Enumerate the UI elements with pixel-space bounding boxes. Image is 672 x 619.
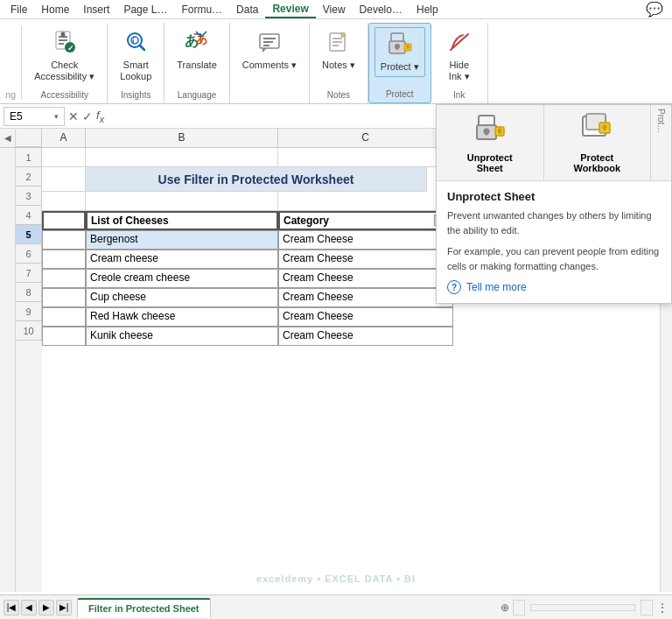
col-header-a[interactable]: A <box>42 129 86 147</box>
cell-c3[interactable] <box>278 192 453 211</box>
watermark: exceldemy • EXCEL DATA • BI <box>256 573 416 584</box>
menu-item-formulas[interactable]: Formu… <box>174 2 229 18</box>
confirm-formula-icon[interactable]: ✓ <box>82 109 93 123</box>
cell-a5[interactable] <box>42 230 86 250</box>
translate-label: Translate <box>177 60 216 71</box>
cell-c8[interactable]: Cream Cheese <box>278 288 453 307</box>
comments-label: Comments ▾ <box>242 60 297 71</box>
sheet-tab-filter-protected[interactable]: Filter in Protected Sheet <box>77 598 211 617</box>
row-numbers: 1 2 3 4 5 6 7 8 9 10 <box>16 148 42 592</box>
row-num-2: 2 <box>16 167 42 186</box>
protect-group-label: Protect <box>386 88 414 101</box>
protect-button[interactable]: Protect ▾ <box>374 27 425 77</box>
cell-a9[interactable] <box>42 307 86 327</box>
menu-item-developer[interactable]: Develo… <box>353 2 410 18</box>
sheet-nav: |◀ ◀ ▶ ▶| <box>4 600 72 615</box>
sheet-nav-next[interactable]: ▶ <box>38 600 54 615</box>
cell-c1[interactable] <box>278 148 453 167</box>
insert-function-icon[interactable]: fx <box>96 109 104 124</box>
col-header-b[interactable]: B <box>86 129 278 147</box>
cell-a4[interactable] <box>42 211 86 230</box>
smart-lookup-icon: i <box>123 30 148 58</box>
row-num-5: 5 <box>16 225 42 244</box>
row-num-8: 8 <box>16 283 42 302</box>
hide-ink-icon <box>447 30 472 58</box>
ribbon-group-accessibility: ✓ CheckAccessibility ▾ Accessibility <box>22 23 108 103</box>
cell-c4-header[interactable]: Category ▼ <box>278 211 453 230</box>
cell-c9[interactable]: Cream Cheese <box>278 307 453 327</box>
notes-button[interactable]: Notes ▾ <box>317 26 360 74</box>
cell-b3[interactable] <box>86 192 278 211</box>
table-row: Red Hawk cheese Cream Cheese <box>42 307 660 327</box>
ribbon: ng ✓ <box>0 19 672 104</box>
cell-b9[interactable]: Red Hawk cheese <box>86 307 278 327</box>
cell-c6[interactable]: Cream Cheese <box>278 250 453 269</box>
smart-lookup-button[interactable]: i SmartLookup <box>115 26 157 86</box>
menu-item-home[interactable]: Home <box>34 2 76 18</box>
tell-me-more-link[interactable]: ? Tell me more <box>447 280 661 294</box>
vertical-split-handle[interactable]: ⋮ <box>656 601 668 615</box>
title-text: Use Filter in Protected Worksheet <box>158 172 354 186</box>
sheet-nav-first[interactable]: |◀ <box>4 600 19 615</box>
cell-c6-text: Cream Cheese <box>283 252 354 264</box>
protect-dropdown-panel: UnprotectSheet ProtectWor <box>436 104 672 304</box>
menu-item-data[interactable]: Data <box>229 2 265 18</box>
menu-item-help[interactable]: Help <box>410 2 445 18</box>
cell-b8[interactable]: Cup cheese <box>86 288 278 307</box>
comments-icon[interactable]: 💬 <box>640 0 668 19</box>
cell-b10[interactable]: Kunik cheese <box>86 327 278 346</box>
protect-workbook-button[interactable]: ProtectWorkbook <box>544 105 652 180</box>
cell-c7[interactable]: Cream Cheese <box>278 269 453 288</box>
cell-c5[interactable]: Cream Cheese <box>278 230 453 250</box>
title-cell[interactable]: Use Filter in Protected Worksheet <box>86 167 427 192</box>
cell-b7[interactable]: Creole cream cheese <box>86 269 278 288</box>
cell-b10-text: Kunik cheese <box>90 329 153 341</box>
menu-item-review[interactable]: Review <box>265 1 315 18</box>
cell-a1[interactable] <box>42 148 86 167</box>
name-box-dropdown-icon[interactable]: ▾ <box>54 112 59 121</box>
cell-b5-selected[interactable]: Bergenost <box>86 230 278 250</box>
tooltip-text1: Prevent unwanted changes by others by li… <box>447 208 661 237</box>
cell-a2[interactable] <box>42 167 86 192</box>
cell-a6[interactable] <box>42 250 86 269</box>
comments-button[interactable]: Comments ▾ <box>237 26 302 74</box>
notes-group-label: Notes <box>327 88 350 102</box>
add-sheet-icon[interactable]: ⊕ <box>500 601 509 614</box>
svg-rect-44 <box>604 127 606 130</box>
check-accessibility-button[interactable]: ✓ CheckAccessibility ▾ <box>29 26 100 86</box>
col-c-header-text: Category <box>284 215 329 227</box>
cell-b4-header[interactable]: List of Cheeses <box>86 211 278 230</box>
svg-text:i: i <box>132 37 135 46</box>
left-nav-arrow[interactable]: ◀ <box>0 129 16 147</box>
hide-ink-button[interactable]: HideInk ▾ <box>438 26 480 86</box>
sheet-nav-prev[interactable]: ◀ <box>21 600 37 615</box>
cell-b7-text: Creole cream cheese <box>90 271 190 284</box>
cell-b6[interactable]: Cream cheese <box>86 250 278 269</box>
svg-text:✓: ✓ <box>67 44 74 53</box>
ribbon-group-notes: Notes ▾ Notes <box>310 23 368 103</box>
col-header-c[interactable]: C <box>278 129 453 147</box>
ribbon-group-language: あ あ Translate Language <box>164 23 229 103</box>
check-accessibility-label: CheckAccessibility ▾ <box>34 60 94 82</box>
name-box[interactable]: E5 ▾ <box>4 107 65 126</box>
cell-a3[interactable] <box>42 192 86 211</box>
cell-a10[interactable] <box>42 327 86 346</box>
unprotect-sheet-button[interactable]: UnprotectSheet <box>437 105 544 180</box>
menu-item-file[interactable]: File <box>4 2 34 18</box>
sheet-nav-last[interactable]: ▶| <box>56 600 72 615</box>
cancel-formula-icon[interactable]: ✕ <box>68 109 79 123</box>
menu-item-insert[interactable]: Insert <box>76 2 116 18</box>
horizontal-scrollbar[interactable] <box>530 604 635 611</box>
cell-b1[interactable] <box>86 148 278 167</box>
horizontal-scroll-left[interactable] <box>513 600 525 615</box>
cell-c10[interactable]: Cream Cheese <box>278 327 453 346</box>
horizontal-scroll-right[interactable] <box>640 600 653 615</box>
svg-rect-39 <box>498 130 500 134</box>
menu-item-view[interactable]: View <box>316 2 353 18</box>
dropdown-top: UnprotectSheet ProtectWor <box>437 105 671 181</box>
translate-button[interactable]: あ あ Translate <box>172 26 221 74</box>
menu-item-pagelayout[interactable]: Page L… <box>116 2 174 18</box>
col-b-header-text: List of Cheeses <box>91 215 169 227</box>
cell-a7[interactable] <box>42 269 86 288</box>
cell-a8[interactable] <box>42 288 86 307</box>
